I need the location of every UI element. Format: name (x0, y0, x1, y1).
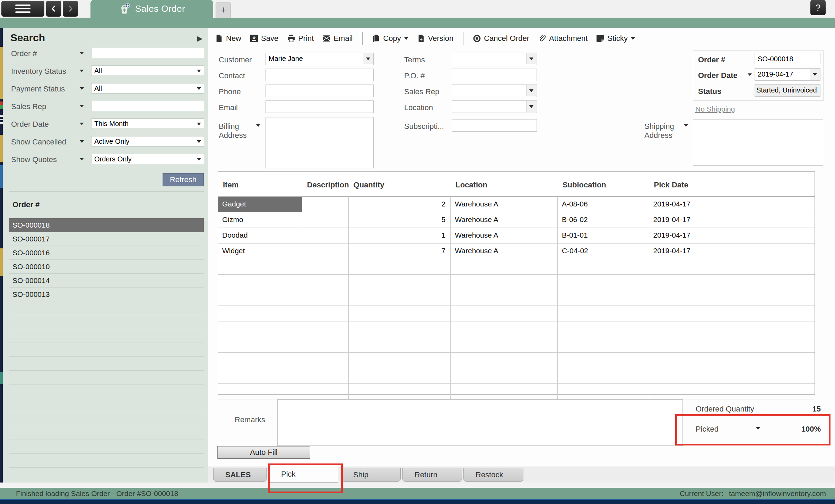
item-row[interactable]: Doodad 1 Warehouse A B-01-01 2019-04-17 (218, 228, 815, 244)
show-cancelled-select[interactable]: Active Only (91, 136, 204, 147)
cancel-order-button[interactable]: Cancel Order (473, 34, 529, 43)
chevron-down-icon[interactable] (80, 123, 84, 125)
section-tab[interactable]: Return (402, 468, 462, 482)
order-list-empty-row[interactable] (9, 357, 204, 371)
col-sublocation[interactable]: Sublocation (558, 172, 649, 196)
chevron-down-icon[interactable] (80, 140, 84, 143)
order-list-item[interactable]: SO-000017 (9, 232, 204, 246)
order-list-empty-row[interactable] (9, 398, 204, 412)
shipping-address-textarea[interactable] (693, 119, 823, 166)
order-list-empty-row[interactable] (9, 301, 204, 315)
chevron-down-icon[interactable] (256, 124, 260, 127)
col-location[interactable]: Location (451, 172, 558, 196)
sales-rep-combo[interactable] (452, 85, 537, 97)
order-list-empty-row[interactable] (9, 371, 204, 384)
col-description[interactable]: Description (302, 172, 349, 196)
location-cell[interactable]: Warehouse A (451, 197, 558, 212)
main-menu-button[interactable] (1, 1, 44, 17)
new-tab-button[interactable]: + (216, 2, 231, 18)
chevron-down-icon[interactable] (684, 124, 688, 127)
col-item[interactable]: Item (218, 172, 302, 196)
order-list-empty-row[interactable] (9, 412, 204, 426)
contact-input[interactable] (266, 69, 374, 81)
description-cell[interactable] (302, 228, 349, 243)
pick-date-cell[interactable]: 2019-04-17 (649, 212, 815, 228)
item-row[interactable]: Widget 7 Warehouse A C-04-02 2019-04-17 (218, 244, 815, 259)
empty-item-row[interactable] (218, 259, 815, 275)
pick-date-cell[interactable]: 2019-04-17 (649, 197, 815, 212)
chevron-down-icon[interactable] (80, 70, 84, 72)
remarks-textarea[interactable] (277, 399, 683, 446)
version-button[interactable]: Version (417, 34, 453, 43)
empty-item-row[interactable] (218, 384, 815, 399)
order-list-empty-row[interactable] (9, 329, 204, 343)
item-cell[interactable]: Widget (218, 244, 302, 259)
no-shipping-link[interactable]: No Shipping (695, 105, 735, 113)
location-cell[interactable]: Warehouse A (451, 244, 558, 259)
billing-address-textarea[interactable] (266, 117, 374, 168)
empty-item-row[interactable] (218, 306, 815, 321)
payment-status-select[interactable]: All (91, 83, 204, 94)
order-list-item[interactable]: SO-000010 (9, 260, 204, 274)
quantity-cell[interactable]: 2 (349, 197, 451, 212)
order-date-select[interactable]: This Month (91, 118, 204, 129)
order-list-item[interactable]: SO-000018 (9, 218, 204, 232)
order-list-empty-row[interactable] (9, 384, 204, 398)
location-cell[interactable]: Warehouse A (451, 212, 558, 228)
item-cell[interactable]: Doodad (218, 228, 302, 243)
po-number-input[interactable] (452, 69, 537, 81)
description-cell[interactable] (302, 197, 349, 212)
inventory-status-select[interactable]: All (91, 65, 204, 76)
order-list-item[interactable]: SO-000016 (9, 246, 204, 260)
empty-item-row[interactable] (218, 290, 815, 306)
empty-item-row[interactable] (218, 275, 815, 290)
description-cell[interactable] (302, 244, 349, 259)
order-list-empty-row[interactable] (9, 343, 204, 357)
terms-combo[interactable] (452, 53, 537, 65)
chevron-down-icon[interactable] (80, 87, 84, 90)
back-button[interactable] (46, 1, 61, 17)
sidebar-collapse-icon[interactable]: ▶ (197, 34, 202, 43)
email-button[interactable]: Email (323, 34, 353, 43)
order-list-empty-row[interactable] (9, 454, 204, 468)
refresh-button[interactable]: Refresh (163, 173, 204, 186)
item-row[interactable]: Gizmo 5 Warehouse A B-06-02 2019-04-17 (218, 212, 815, 228)
col-quantity[interactable]: Quantity (349, 172, 451, 196)
section-tab[interactable]: SALES (213, 468, 267, 482)
empty-item-row[interactable] (218, 321, 815, 337)
sublocation-cell[interactable]: A-08-06 (558, 197, 649, 212)
chevron-down-icon[interactable] (80, 105, 84, 107)
copy-button[interactable]: Copy (372, 34, 408, 43)
order-number-search-input[interactable] (91, 48, 204, 58)
sublocation-cell[interactable]: B-06-02 (558, 212, 649, 228)
phone-input[interactable] (266, 85, 374, 97)
col-pick-date[interactable]: Pick Date (649, 172, 815, 196)
help-button[interactable]: ? (810, 0, 826, 15)
order-list-empty-row[interactable] (9, 426, 204, 440)
sublocation-cell[interactable]: B-01-01 (558, 228, 649, 243)
pick-date-cell[interactable]: 2019-04-17 (649, 244, 815, 259)
chevron-down-icon[interactable] (748, 73, 752, 76)
new-button[interactable]: New (215, 34, 241, 43)
save-button[interactable]: Save (250, 34, 278, 43)
forward-button[interactable] (63, 1, 78, 17)
subscription-input[interactable] (452, 119, 537, 132)
show-quotes-select[interactable]: Orders Only (91, 154, 204, 164)
email-input[interactable] (266, 100, 374, 113)
item-cell[interactable]: Gizmo (218, 212, 302, 228)
sublocation-cell[interactable]: C-04-02 (558, 244, 649, 259)
item-row[interactable]: Gadget 2 Warehouse A A-08-06 2019-04-17 (218, 197, 815, 212)
order-list-item[interactable]: SO-000013 (9, 288, 204, 301)
pick-date-cell[interactable]: 2019-04-17 (649, 228, 815, 243)
order-list-empty-row[interactable] (9, 440, 204, 454)
order-list-empty-row[interactable] (9, 315, 204, 329)
chevron-down-icon[interactable] (80, 158, 84, 160)
quantity-cell[interactable]: 7 (349, 244, 451, 259)
quantity-cell[interactable]: 1 (349, 228, 451, 243)
empty-item-row[interactable] (218, 368, 815, 384)
description-cell[interactable] (302, 212, 349, 228)
quantity-cell[interactable]: 5 (349, 212, 451, 228)
order-number-value[interactable]: SO-000018 (755, 53, 820, 64)
section-tab[interactable]: Restock (463, 468, 523, 482)
order-date-combo[interactable]: 2019-04-17 (755, 68, 820, 81)
